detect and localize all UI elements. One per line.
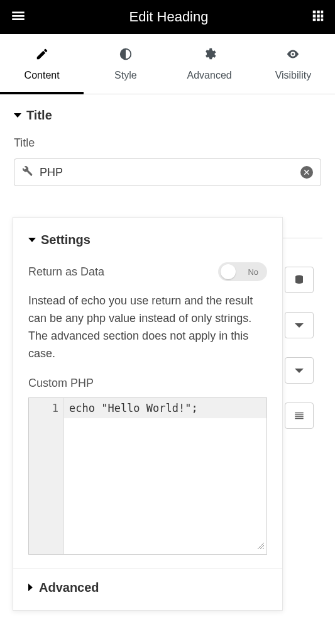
tab-style[interactable]: Style (84, 34, 167, 94)
settings-header[interactable]: Settings (28, 233, 267, 247)
tab-label: Style (114, 70, 137, 81)
line-number: 1 (29, 402, 58, 414)
header-bar: Edit Heading (0, 0, 335, 34)
title-section-header[interactable]: Title (14, 108, 321, 123)
database-button[interactable] (285, 267, 314, 293)
code-editor[interactable]: 1 echo "Hello World!"; (28, 397, 267, 555)
side-buttons (285, 267, 314, 429)
contrast-icon (119, 47, 133, 64)
tab-label: Advanced (187, 70, 232, 81)
page-title: Edit Heading (129, 9, 209, 25)
eye-icon (286, 47, 300, 64)
menu-icon[interactable] (10, 8, 26, 26)
apps-grid-icon[interactable] (311, 9, 325, 25)
custom-php-label: Custom PHP (28, 377, 267, 390)
tab-label: Content (25, 70, 60, 81)
tab-label: Visibility (275, 70, 312, 81)
align-button[interactable] (285, 402, 314, 429)
chevron-right-icon (28, 584, 33, 591)
return-as-data-row: Return as Data No (28, 262, 267, 281)
title-field-label: Title (14, 136, 321, 150)
settings-popover: Settings Return as Data No Instead of ec… (13, 217, 283, 611)
code-line: echo "Hello World!"; (64, 398, 266, 418)
code-body[interactable]: echo "Hello World!"; (64, 398, 266, 554)
dropdown-button-1[interactable] (285, 312, 314, 338)
title-input[interactable] (40, 166, 294, 179)
settings-title: Settings (41, 233, 91, 247)
tab-visibility[interactable]: Visibility (251, 34, 335, 94)
resize-handle-icon[interactable] (257, 540, 265, 552)
title-input-row: ✕ (14, 158, 321, 186)
settings-description: Instead of echo you use return and the r… (28, 292, 267, 363)
toggle-knob (221, 264, 236, 279)
wrench-icon[interactable] (22, 165, 33, 179)
section-title: Title (26, 108, 52, 123)
chevron-down-icon (14, 113, 21, 118)
code-gutter: 1 (29, 398, 64, 554)
advanced-section-header[interactable]: Advanced (13, 569, 282, 604)
tabs-bar: Content Style Advanced Visibility (0, 34, 335, 94)
title-section: Title Title ✕ (0, 94, 335, 186)
tab-advanced[interactable]: Advanced (168, 34, 251, 94)
chevron-down-icon (28, 238, 36, 242)
gear-icon (202, 47, 216, 64)
tab-content[interactable]: Content (0, 34, 84, 94)
return-as-data-toggle[interactable]: No (218, 262, 267, 281)
advanced-title: Advanced (39, 580, 99, 595)
return-as-data-label: Return as Data (28, 265, 104, 279)
clear-icon[interactable]: ✕ (300, 166, 313, 179)
dropdown-button-2[interactable] (285, 357, 314, 384)
pencil-icon (35, 47, 49, 64)
toggle-state: No (248, 267, 258, 277)
